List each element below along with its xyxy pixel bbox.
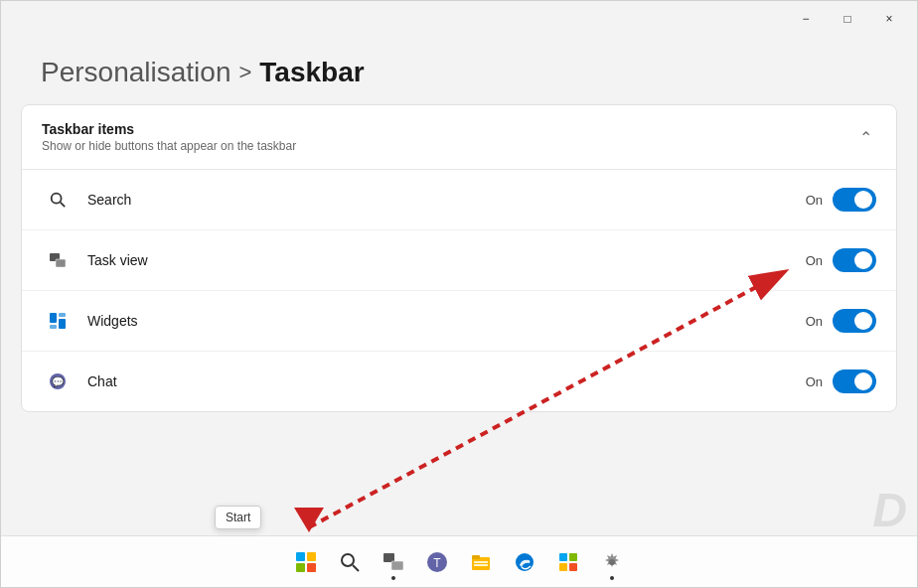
svg-text:T: T [433,556,441,570]
search-toggle[interactable] [833,188,876,212]
svg-rect-3 [56,259,66,267]
svg-rect-26 [559,553,567,561]
breadcrumb-separator: > [238,60,251,85]
svg-rect-24 [474,564,488,566]
taskview-icon [42,244,74,276]
taskbar-taskview-icon[interactable] [374,542,413,582]
search-label: Search [87,192,806,208]
minimize-button[interactable]: − [786,4,826,34]
start-tooltip: Start [215,506,261,529]
widgets-status: On [806,314,823,329]
search-icon [42,184,74,216]
breadcrumb-parent[interactable]: Personalisation [41,57,230,88]
svg-text:💬: 💬 [52,375,65,388]
taskview-toggle[interactable] [833,248,876,272]
svg-rect-14 [307,563,316,572]
taskview-label: Task view [87,252,806,268]
section-subtitle: Show or hide buttons that appear on the … [42,139,296,153]
taskbar-fileexplorer-icon[interactable] [461,542,501,582]
chat-toggle[interactable] [833,369,876,393]
svg-rect-12 [307,552,316,561]
taskbar-store-icon[interactable] [548,542,588,582]
svg-rect-7 [50,325,57,329]
chat-icon: 💬 [42,366,74,397]
chat-setting-row: 💬 Chat On [22,352,896,411]
chat-label: Chat [87,373,806,389]
svg-line-1 [61,203,65,208]
close-button[interactable]: × [869,4,909,34]
widgets-setting-row: Widgets On [22,291,896,352]
svg-line-16 [353,565,359,571]
page-header: Personalisation > Taskbar [1,37,917,104]
page-title: Taskbar [259,57,364,88]
svg-rect-11 [296,552,305,561]
taskbar-start-button[interactable] [286,542,326,582]
taskview-status: On [806,253,823,268]
taskbar-teams-icon[interactable]: T [417,542,457,582]
svg-rect-5 [59,313,66,317]
widgets-toggle[interactable] [833,309,876,333]
taskbar-settings-icon[interactable] [592,542,632,582]
taskbar-items-section: Taskbar items Show or hide buttons that … [21,104,897,412]
taskbar-search-icon[interactable] [330,542,370,582]
settings-window: − □ × Personalisation > Taskbar Taskbar … [0,0,918,588]
maximize-button[interactable]: □ [828,4,867,34]
svg-rect-18 [391,561,403,570]
widgets-label: Widgets [87,313,806,329]
svg-rect-23 [474,561,488,563]
section-header: Taskbar items Show or hide buttons that … [22,105,896,170]
svg-rect-29 [569,563,577,571]
section-header-text: Taskbar items Show or hide buttons that … [42,121,296,153]
main-content: Taskbar items Show or hide buttons that … [1,104,917,535]
svg-rect-13 [296,563,305,572]
taskbar-edge-icon[interactable] [505,542,544,582]
svg-point-15 [342,554,354,566]
svg-rect-27 [569,553,577,561]
svg-rect-6 [59,319,66,329]
svg-point-0 [52,194,62,204]
taskview-setting-row: Task view On [22,230,896,291]
chat-status: On [806,374,823,389]
title-bar-controls: − □ × [786,4,909,34]
search-setting-row: Search On [22,170,896,230]
svg-rect-22 [472,555,480,559]
watermark: D [872,483,907,537]
widgets-icon [42,305,74,337]
svg-rect-28 [559,563,567,571]
taskbar: T [1,535,917,587]
start-tooltip-label: Start [226,511,250,524]
section-title: Taskbar items [42,121,296,137]
search-status: On [806,193,823,208]
title-bar: − □ × [1,1,917,37]
svg-rect-4 [50,313,57,323]
breadcrumb: Personalisation > Taskbar [41,57,877,88]
svg-rect-17 [383,553,394,562]
collapse-button[interactable]: ⌃ [855,124,876,151]
